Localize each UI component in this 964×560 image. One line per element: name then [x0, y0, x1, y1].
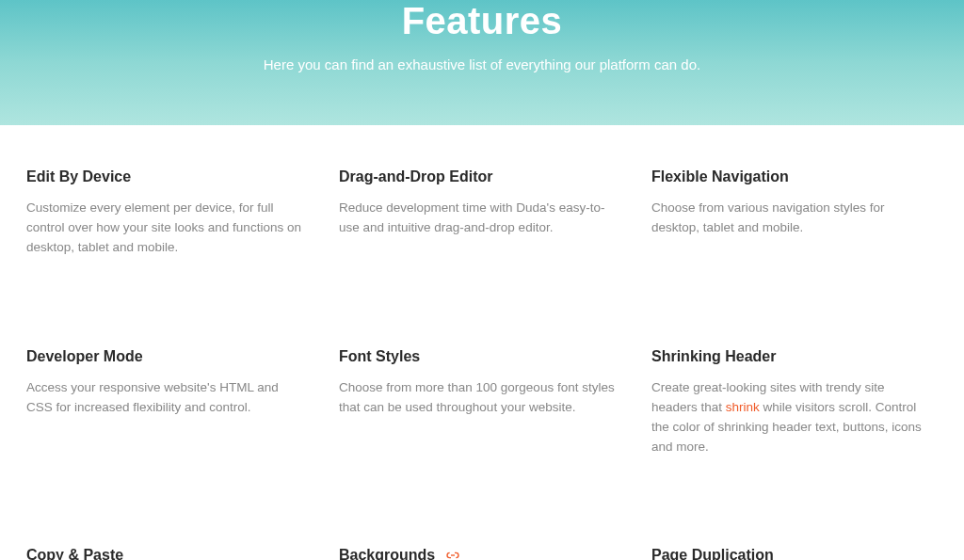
feature-title: Developer Mode [26, 348, 305, 365]
feature-page-duplication: Page Duplication Duplicate any page on y… [651, 547, 938, 560]
feature-desc: Choose from various navigation styles fo… [651, 199, 930, 238]
feature-desc: Reduce development time with Duda's easy… [339, 199, 618, 238]
feature-font-styles: Font Styles Choose from more than 100 go… [339, 348, 625, 457]
feature-title: Copy & Paste [26, 547, 305, 560]
feature-title: Drag-and-Drop Editor [339, 168, 618, 185]
feature-desc: Customize every element per device, for … [26, 199, 305, 258]
feature-title-text: Backgrounds [339, 547, 435, 560]
feature-title: Edit By Device [26, 168, 305, 185]
feature-desc: Create great-looking sites with trendy s… [651, 378, 930, 457]
feature-title: Shrinking Header [651, 348, 930, 365]
feature-drag-and-drop-editor: Drag-and-Drop Editor Reduce development … [339, 168, 625, 258]
feature-desc: Access your responsive website's HTML an… [26, 378, 305, 418]
features-grid: Edit By Device Customize every element p… [0, 125, 964, 560]
feature-title: Font Styles [339, 348, 618, 365]
feature-shrinking-header: Shrinking Header Create great-looking si… [651, 348, 938, 457]
feature-desc: Choose from more than 100 gorgeous font … [339, 378, 618, 418]
feature-flexible-navigation: Flexible Navigation Choose from various … [651, 168, 938, 258]
feature-title: Flexible Navigation [651, 168, 930, 185]
link-icon [445, 549, 460, 560]
feature-backgrounds: Backgrounds Create engaging websites by … [339, 547, 625, 560]
feature-developer-mode: Developer Mode Access your responsive we… [26, 348, 313, 457]
shrink-link[interactable]: shrink [726, 400, 760, 414]
hero-section: Features Here you can find an exhaustive… [0, 0, 964, 125]
feature-copy-and-paste: Copy & Paste Make site-building even fas… [26, 547, 313, 560]
feature-edit-by-device: Edit By Device Customize every element p… [26, 168, 313, 258]
feature-title: Page Duplication [651, 547, 930, 560]
page-subtitle: Here you can find an exhaustive list of … [19, 56, 945, 72]
page-title: Features [19, 0, 945, 41]
feature-title: Backgrounds [339, 547, 618, 560]
